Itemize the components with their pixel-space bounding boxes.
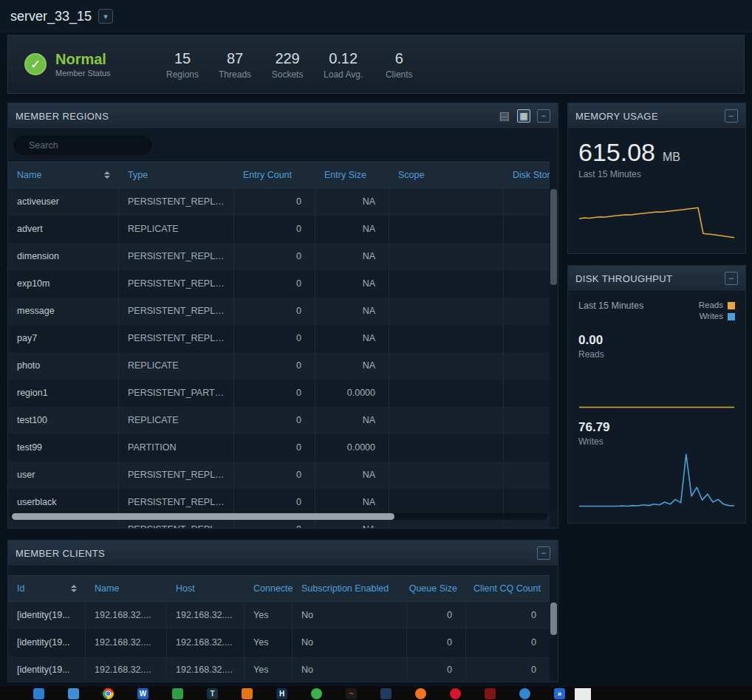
region-entry-size-cell: NA — [315, 270, 389, 298]
region-disk-store-cell — [504, 461, 550, 489]
column-header-host[interactable]: Host — [167, 583, 245, 594]
taskbar-icon-orange-app[interactable] — [242, 688, 253, 699]
sort-icons[interactable] — [104, 171, 110, 179]
taskbar-icon-signature-app[interactable]: ~ — [346, 688, 357, 699]
table-row[interactable]: test99 PARTITION 0 0.0000 — [8, 434, 550, 461]
taskbar-window-fragment — [575, 688, 591, 700]
column-header-name[interactable]: Name — [86, 583, 167, 594]
region-scope-cell — [389, 216, 504, 243]
regions-horizontal-scrollbar[interactable] — [10, 513, 547, 520]
column-header-queue-size[interactable]: Queue Size — [407, 583, 466, 594]
column-header-client-cq-count[interactable]: Client CQ Count — [466, 583, 550, 594]
column-header-entry-size[interactable]: Entry Size — [315, 170, 389, 180]
clients-table-body: [identity(19... 192.168.32.... 192.168.3… — [8, 602, 550, 682]
memory-usage-header: MEMORY USAGE − — [568, 103, 745, 129]
region-name-cell: message — [8, 298, 119, 325]
table-row[interactable]: region1 PERSISTENT_PARTIT... 0 0.0000 — [8, 380, 550, 407]
table-row[interactable]: message PERSISTENT_REPLIC... 0 NA — [8, 298, 550, 325]
scrollbar-thumb[interactable] — [12, 513, 394, 520]
table-row[interactable]: advert REPLICATE 0 NA — [8, 216, 550, 243]
region-entry-size-cell: 0.0000 — [315, 434, 389, 461]
column-header-name[interactable]: Name — [8, 170, 119, 180]
writes-label: Writes — [578, 436, 735, 447]
collapse-icon[interactable]: − — [537, 546, 550, 560]
taskbar-icon-blue-circle-app[interactable] — [519, 688, 530, 699]
regions-vertical-scrollbar[interactable] — [550, 188, 557, 510]
taskbar-icon-word[interactable]: W — [137, 688, 148, 699]
collapse-icon[interactable]: − — [725, 109, 738, 123]
region-scope-cell — [389, 298, 504, 325]
legend-reads-label: Reads — [699, 301, 723, 310]
grid-view-icon[interactable]: ▦ — [517, 109, 530, 123]
column-header-type[interactable]: Type — [119, 170, 234, 180]
region-type-cell: PERSISTENT_REPLIC... — [119, 298, 234, 325]
column-header-entry-count[interactable]: Entry Count — [234, 170, 315, 180]
metric-label: Load Avg. — [324, 69, 363, 80]
table-row[interactable]: dimension PERSISTENT_REPLIC... 0 NA — [8, 243, 550, 270]
table-row[interactable]: [identity(19... 192.168.32.... 192.168.3… — [8, 602, 550, 629]
region-entry-count-cell: 0 — [234, 461, 315, 489]
client-subscription-cell: No — [293, 629, 407, 656]
search-input[interactable] — [27, 140, 149, 151]
table-row[interactable]: pay7 PERSISTENT_REPLIC... 0 NA — [8, 325, 550, 352]
region-scope-cell — [389, 434, 504, 461]
client-host-cell: 192.168.32.... — [167, 629, 245, 656]
taskbar-icon-navy-app[interactable] — [380, 688, 392, 699]
table-row[interactable]: user PERSISTENT_REPLIC... 0 NA — [8, 461, 550, 489]
table-row[interactable]: [identity(19... 192.168.32.... 192.168.3… — [8, 629, 550, 656]
server-dropdown-button[interactable]: ▾ — [98, 9, 113, 24]
region-type-cell: REPLICATE — [119, 216, 234, 243]
region-name-cell: pay7 — [8, 325, 119, 352]
taskbar-icon-arrow-app[interactable]: » — [554, 688, 565, 699]
member-regions-header: MEMBER REGIONS ▤ ▦ − — [8, 103, 558, 129]
disk-throughput-header: DISK THROUGHPUT − — [568, 266, 745, 292]
disk-throughput-body: Last 15 Minutes Reads Writes — [568, 292, 745, 507]
clients-vertical-scrollbar[interactable] — [550, 601, 557, 679]
region-scope-cell — [389, 352, 504, 380]
column-header-disk-store[interactable]: Disk Store — [504, 170, 550, 180]
taskbar-icon-orange-circle-app[interactable] — [415, 688, 426, 699]
column-header-subscription-enabled[interactable]: Subscription Enabled — [293, 583, 407, 594]
table-row[interactable]: photo REPLICATE 0 NA — [8, 352, 550, 380]
client-connected-cell: Yes — [245, 602, 293, 629]
taskbar-icon-hipchat[interactable]: H — [276, 688, 287, 699]
topbar: server_33_15 ▾ — [0, 0, 752, 32]
region-disk-store-cell — [504, 298, 550, 325]
taskbar-icon-webex[interactable] — [311, 688, 322, 699]
metric-regions: 15Regions — [166, 49, 199, 80]
memory-usage-panel: MEMORY USAGE − 615.08 MB Last 15 Minutes — [567, 103, 746, 254]
region-entry-size-cell: NA — [315, 407, 389, 434]
taskbar-icon-opera[interactable] — [450, 688, 461, 699]
table-row[interactable]: exp10m PERSISTENT_REPLIC... 0 NA — [8, 270, 550, 298]
column-header-id[interactable]: Id — [8, 583, 86, 594]
region-type-cell: REPLICATE — [119, 352, 234, 380]
os-taskbar: WTH~» — [0, 687, 752, 700]
region-scope-cell — [389, 489, 504, 516]
taskbar-icon-dark-red-app[interactable] — [485, 688, 496, 699]
member-clients-header: MEMBER CLIENTS − — [8, 541, 558, 566]
member-status: ✓ Normal Member Status — [8, 51, 151, 78]
region-entry-count-cell: 0 — [234, 243, 315, 270]
table-row[interactable]: userblack PERSISTENT_REPLIC... 0 NA — [8, 489, 550, 516]
right-column: MEMORY USAGE − 615.08 MB Last 15 Minutes — [567, 103, 746, 682]
taskbar-icon-chrome[interactable] — [103, 688, 114, 699]
metric-clients: 6Clients — [383, 49, 415, 80]
taskbar-icon-explorer[interactable] — [68, 688, 79, 699]
collapse-icon[interactable]: − — [537, 109, 550, 123]
sort-icons[interactable] — [71, 585, 77, 592]
region-entry-count-cell: 0 — [234, 434, 315, 461]
column-header-connected[interactable]: Connected — [245, 583, 293, 594]
regions-searchbox[interactable] — [14, 136, 151, 155]
taskbar-icon-terminal[interactable]: T — [207, 688, 218, 699]
table-row[interactable]: [identity(19... 192.168.32.... 192.168.3… — [8, 656, 550, 682]
taskbar-icon-excel[interactable] — [172, 688, 183, 699]
region-name-cell: user — [8, 461, 119, 489]
collapse-icon[interactable]: − — [725, 272, 738, 285]
region-entry-count-cell: 0 — [234, 298, 315, 325]
chart-view-icon[interactable]: ▤ — [499, 110, 510, 122]
table-row[interactable]: test100 REPLICATE 0 NA — [8, 407, 550, 434]
region-scope-cell — [389, 188, 504, 216]
column-header-scope[interactable]: Scope — [389, 170, 504, 180]
taskbar-icon-windows-start[interactable] — [33, 688, 44, 699]
table-row[interactable]: activeuser PERSISTENT_REPLIC... 0 NA — [8, 188, 550, 216]
